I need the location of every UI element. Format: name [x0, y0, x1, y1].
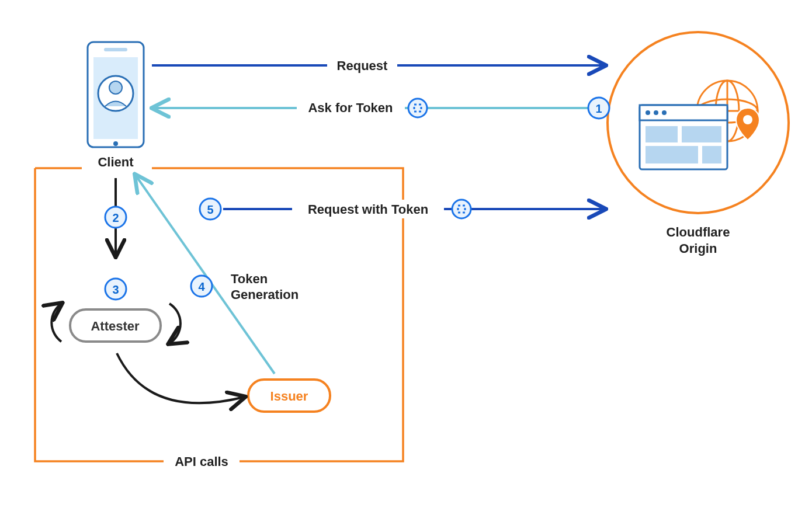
step-1: 1	[588, 98, 609, 119]
svg-point-10	[654, 110, 658, 115]
svg-rect-15	[702, 146, 721, 163]
avatar-icon	[98, 76, 133, 111]
issuer-node: Issuer	[248, 380, 330, 412]
svg-rect-8	[640, 105, 727, 120]
api-calls-label: API calls	[175, 454, 228, 469]
cycle-arrow-right-icon	[169, 304, 181, 343]
client-label: Client	[98, 155, 134, 169]
issuer-label: Issuer	[270, 389, 308, 403]
svg-point-20	[109, 81, 122, 94]
attester-to-issuer-arrow	[117, 353, 244, 403]
browser-window-icon	[640, 105, 727, 169]
attester-node: Attester	[51, 304, 181, 343]
attester-label: Attester	[91, 319, 140, 333]
origin-label-line2: Origin	[679, 241, 717, 256]
request-label: Request	[337, 58, 388, 73]
client-node: Client	[88, 42, 144, 169]
svg-point-36	[452, 200, 471, 218]
svg-rect-13	[682, 126, 721, 142]
token-icon	[408, 99, 427, 117]
svg-point-6	[743, 115, 752, 124]
svg-text:1: 1	[595, 102, 602, 115]
svg-point-11	[662, 110, 667, 115]
origin-label-line1: Cloudflare	[667, 225, 730, 239]
svg-text:5: 5	[207, 203, 213, 216]
svg-point-9	[646, 110, 650, 115]
cycle-arrow-left-icon	[51, 304, 61, 342]
token-icon	[452, 200, 471, 218]
token-gen-label-2: Generation	[231, 287, 299, 302]
svg-text:3: 3	[112, 283, 119, 296]
request-with-token-label: Request with Token	[308, 202, 428, 217]
origin-node: Cloudflare Origin	[608, 32, 789, 256]
svg-text:2: 2	[112, 211, 119, 224]
svg-rect-12	[646, 126, 678, 142]
step-5: 5	[200, 199, 221, 220]
ask-token-label: Ask for Token	[308, 100, 393, 115]
step-3: 3	[105, 279, 126, 300]
svg-rect-14	[646, 146, 698, 163]
svg-point-18	[113, 141, 118, 146]
svg-text:4: 4	[198, 280, 205, 293]
step-4: 4	[191, 276, 212, 297]
step-2: 2	[105, 207, 126, 228]
token-gen-label-1: Token	[231, 272, 268, 286]
svg-rect-17	[104, 48, 127, 51]
svg-point-25	[408, 99, 427, 117]
